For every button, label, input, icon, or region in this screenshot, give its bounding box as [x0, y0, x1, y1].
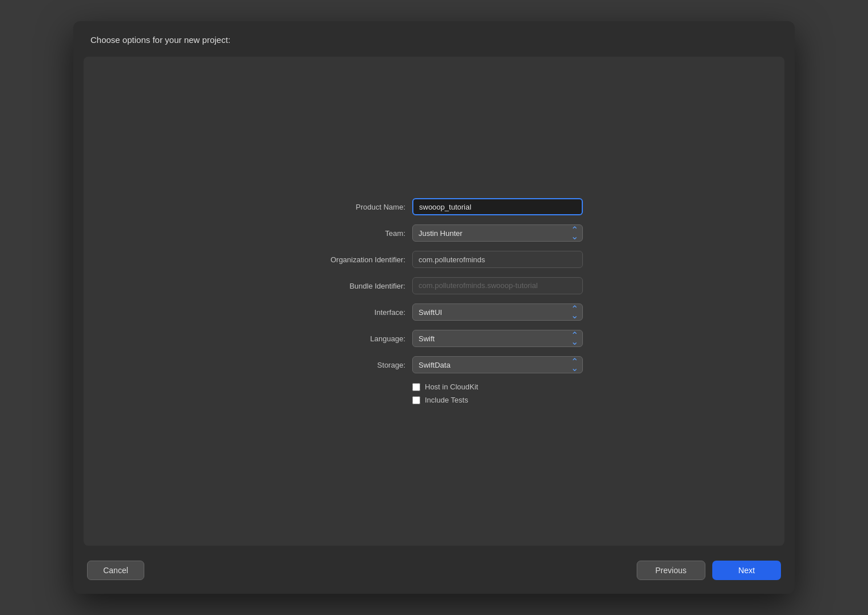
language-row: Language: Swift Objective-C ⌃ ⌄ [285, 330, 583, 347]
product-name-row: Product Name: [285, 198, 583, 215]
host-cloudkit-checkbox[interactable] [412, 383, 420, 391]
bundle-identifier-display: com.polluterofminds.swooop-tutorial [412, 277, 583, 294]
team-select-wrapper: Justin Hunter None ⌃ ⌄ [412, 224, 583, 242]
host-cloudkit-label: Host in CloudKit [425, 383, 478, 391]
interface-row: Interface: SwiftUI Storyboard ⌃ ⌄ [285, 303, 583, 321]
storage-row: Storage: SwiftData Core Data None ⌃ ⌄ [285, 356, 583, 373]
interface-select[interactable]: SwiftUI Storyboard [412, 303, 583, 321]
include-tests-label: Include Tests [425, 396, 468, 404]
org-identifier-label: Organization Identifier: [285, 255, 405, 264]
language-select[interactable]: Swift Objective-C [412, 330, 583, 347]
dialog-content-area: Product Name: Team: Justin Hunter None ⌃… [84, 57, 784, 546]
dialog-header: Choose options for your new project: [73, 21, 795, 51]
storage-label: Storage: [285, 361, 405, 369]
footer-right-buttons: Previous Next [637, 561, 781, 580]
host-cloudkit-row: Host in CloudKit [412, 383, 583, 391]
team-row: Team: Justin Hunter None ⌃ ⌄ [285, 224, 583, 242]
new-project-dialog: Choose options for your new project: Pro… [73, 21, 795, 594]
product-name-input[interactable] [412, 198, 583, 215]
form-container: Product Name: Team: Justin Hunter None ⌃… [285, 198, 583, 404]
checkboxes-container: Host in CloudKit Include Tests [412, 383, 583, 404]
dialog-title: Choose options for your new project: [90, 35, 230, 45]
language-label: Language: [285, 334, 405, 343]
dialog-footer: Cancel Previous Next [73, 551, 795, 594]
interface-select-wrapper: SwiftUI Storyboard ⌃ ⌄ [412, 303, 583, 321]
language-select-wrapper: Swift Objective-C ⌃ ⌄ [412, 330, 583, 347]
previous-button[interactable]: Previous [637, 561, 705, 580]
org-identifier-input[interactable] [412, 251, 583, 268]
org-identifier-row: Organization Identifier: [285, 251, 583, 268]
next-button[interactable]: Next [712, 561, 781, 580]
cancel-button[interactable]: Cancel [87, 561, 144, 580]
team-select[interactable]: Justin Hunter None [412, 224, 583, 242]
team-label: Team: [285, 229, 405, 238]
storage-select-wrapper: SwiftData Core Data None ⌃ ⌄ [412, 356, 583, 373]
interface-label: Interface: [285, 308, 405, 317]
include-tests-row: Include Tests [412, 396, 583, 404]
bundle-identifier-label: Bundle Identifier: [285, 282, 405, 290]
product-name-label: Product Name: [285, 203, 405, 211]
bundle-identifier-row: Bundle Identifier: com.polluterofminds.s… [285, 277, 583, 294]
storage-select[interactable]: SwiftData Core Data None [412, 356, 583, 373]
include-tests-checkbox[interactable] [412, 396, 420, 404]
